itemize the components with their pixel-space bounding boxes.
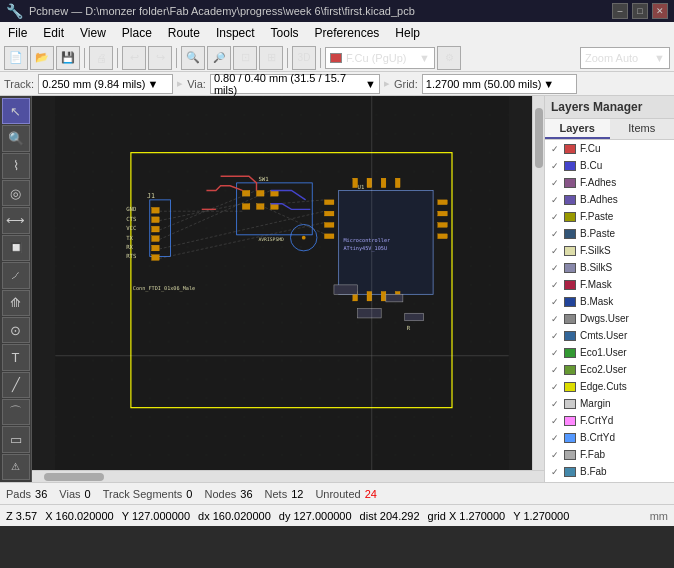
undo-button[interactable]: ↩	[122, 46, 146, 70]
route-diff-pair-button[interactable]: ⟰	[2, 290, 30, 316]
layer-item-bcrtyd[interactable]: ✓B.CrtYd	[545, 429, 674, 446]
layer-visible-toggle[interactable]: ✓	[549, 433, 561, 443]
add-text-button[interactable]: T	[2, 344, 30, 370]
layer-item-eco1user[interactable]: ✓Eco1.User	[545, 344, 674, 361]
maximize-button[interactable]: □	[632, 3, 648, 19]
menu-item-inspect[interactable]: Inspect	[208, 22, 263, 44]
layer-visible-toggle[interactable]: ✓	[549, 212, 561, 222]
layer-select-dropdown[interactable]: F.Cu (PgUp) ▼	[325, 47, 435, 69]
layer-visible-toggle[interactable]: ✓	[549, 314, 561, 324]
layer-item-cmtsuser[interactable]: ✓Cmts.User	[545, 327, 674, 344]
layer-visible-toggle[interactable]: ✓	[549, 399, 561, 409]
horizontal-scrollbar[interactable]	[32, 470, 544, 482]
layer-item-fcrtyd[interactable]: ✓F.CrtYd	[545, 412, 674, 429]
layer-item-ffab[interactable]: ✓F.Fab	[545, 446, 674, 463]
menu-item-edit[interactable]: Edit	[35, 22, 72, 44]
select-tool-button[interactable]: ↖	[2, 98, 30, 124]
layer-visible-toggle[interactable]: ✓	[549, 331, 561, 341]
layer-item-eco2user[interactable]: ✓Eco2.User	[545, 361, 674, 378]
tab-items[interactable]: Items	[610, 119, 675, 139]
layer-item-bfab[interactable]: ✓B.Fab	[545, 463, 674, 480]
open-button[interactable]: 📂	[30, 46, 54, 70]
redo-button[interactable]: ↪	[148, 46, 172, 70]
3d-view-button[interactable]: 3D	[292, 46, 316, 70]
layer-item-fsilks[interactable]: ✓F.SilkS	[545, 242, 674, 259]
layer-visible-toggle[interactable]: ✓	[549, 144, 561, 154]
vias-value: 0	[85, 488, 91, 500]
menu-item-tools[interactable]: Tools	[263, 22, 307, 44]
highlight-net-button[interactable]: ◎	[2, 180, 30, 206]
add-via-button[interactable]: ⊙	[2, 317, 30, 343]
measure-button[interactable]: ⟷	[2, 207, 30, 233]
vertical-scroll-thumb[interactable]	[535, 108, 543, 168]
grid-dropdown[interactable]: 1.2700 mm (50.00 mils) ▼	[422, 74, 577, 94]
layer-visible-toggle[interactable]: ✓	[549, 263, 561, 273]
layer-visible-toggle[interactable]: ✓	[549, 195, 561, 205]
svg-rect-36	[325, 234, 334, 239]
unrouted-label: Unrouted	[315, 488, 360, 500]
close-button[interactable]: ✕	[652, 3, 668, 19]
svg-rect-27	[242, 204, 250, 210]
pcb-canvas[interactable]: J1 GND CTS VCC TX RX RTS Conn_FTDI_01x06…	[32, 96, 532, 470]
zoom-select-button[interactable]: ⊞	[259, 46, 283, 70]
add-footprint-button[interactable]: 🔲	[2, 235, 30, 261]
pcb-canvas-area[interactable]: J1 GND CTS VCC TX RX RTS Conn_FTDI_01x06…	[32, 96, 532, 470]
svg-rect-46	[367, 292, 372, 301]
menu-item-help[interactable]: Help	[387, 22, 428, 44]
menu-item-place[interactable]: Place	[114, 22, 160, 44]
layer-name-label: F.Cu	[580, 143, 601, 154]
tab-layers[interactable]: Layers	[545, 119, 610, 139]
layer-visible-toggle[interactable]: ✓	[549, 450, 561, 460]
layer-item-bsilks[interactable]: ✓B.SilkS	[545, 259, 674, 276]
layer-visible-toggle[interactable]: ✓	[549, 382, 561, 392]
via-dropdown[interactable]: 0.80 / 0.40 mm (31.5 / 15.7 mils) ▼	[210, 74, 380, 94]
layer-visible-toggle[interactable]: ✓	[549, 229, 561, 239]
local-ratsnest-button[interactable]: ⌇	[2, 153, 30, 179]
layer-visible-toggle[interactable]: ✓	[549, 416, 561, 426]
drc-button[interactable]: ⚠	[2, 454, 30, 480]
layer-visible-toggle[interactable]: ✓	[549, 161, 561, 171]
layer-visible-toggle[interactable]: ✓	[549, 280, 561, 290]
layer-color-swatch	[564, 365, 576, 375]
add-zone-button[interactable]: ▭	[2, 426, 30, 452]
layer-item-bcu[interactable]: ✓B.Cu	[545, 157, 674, 174]
menu-item-view[interactable]: View	[72, 22, 114, 44]
layer-item-fadhes[interactable]: ✓F.Adhes	[545, 174, 674, 191]
layer-name-label: Edge.Cuts	[580, 381, 627, 392]
layer-visible-toggle[interactable]: ✓	[549, 467, 561, 477]
layer-visible-toggle[interactable]: ✓	[549, 297, 561, 307]
zoom-dropdown[interactable]: Zoom Auto ▼	[580, 47, 670, 69]
print-button[interactable]: 🖨	[89, 46, 113, 70]
layer-item-bpaste[interactable]: ✓B.Paste	[545, 225, 674, 242]
layer-item-fmask[interactable]: ✓F.Mask	[545, 276, 674, 293]
minimize-button[interactable]: –	[612, 3, 628, 19]
layer-item-dwgsuser[interactable]: ✓Dwgs.User	[545, 310, 674, 327]
layer-item-fcu[interactable]: ✓F.Cu	[545, 140, 674, 157]
vertical-scrollbar[interactable]	[532, 96, 544, 470]
layer-visible-toggle[interactable]: ✓	[549, 365, 561, 375]
menu-item-preferences[interactable]: Preferences	[307, 22, 388, 44]
layer-item-margin[interactable]: ✓Margin	[545, 395, 674, 412]
layer-item-fpaste[interactable]: ✓F.Paste	[545, 208, 674, 225]
layer-item-badhes[interactable]: ✓B.Adhes	[545, 191, 674, 208]
menu-item-route[interactable]: Route	[160, 22, 208, 44]
layer-visible-toggle[interactable]: ✓	[549, 178, 561, 188]
zoom-out-button[interactable]: 🔎	[207, 46, 231, 70]
zoom-fit-button[interactable]: ⊡	[233, 46, 257, 70]
new-button[interactable]: 📄	[4, 46, 28, 70]
layer-visible-toggle[interactable]: ✓	[549, 246, 561, 256]
layer-item-edgecuts[interactable]: ✓Edge.Cuts	[545, 378, 674, 395]
inspect-tool-button[interactable]: 🔍	[2, 125, 30, 151]
track-dropdown[interactable]: 0.250 mm (9.84 mils) ▼	[38, 74, 173, 94]
add-arc-button[interactable]: ⌒	[2, 399, 30, 425]
layer-settings-button[interactable]: ⚙	[437, 46, 461, 70]
save-button[interactable]: 💾	[56, 46, 80, 70]
horizontal-scroll-thumb[interactable]	[44, 473, 104, 481]
menu-item-file[interactable]: File	[0, 22, 35, 44]
add-line-button[interactable]: ╱	[2, 372, 30, 398]
route-track-button[interactable]: ⟋	[2, 262, 30, 288]
track-segs-label: Track Segments	[103, 488, 183, 500]
zoom-in-button[interactable]: 🔍	[181, 46, 205, 70]
layer-visible-toggle[interactable]: ✓	[549, 348, 561, 358]
layer-item-bmask[interactable]: ✓B.Mask	[545, 293, 674, 310]
